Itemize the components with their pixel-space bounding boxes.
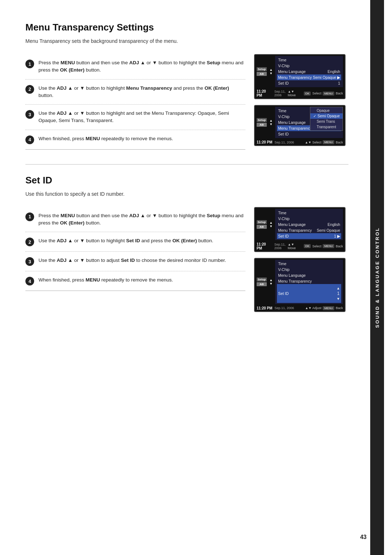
tv-arrows-3: ▲▼: [268, 221, 274, 228]
menu-transparency-steps: 1 Press the MENU button and then use the…: [25, 54, 245, 150]
tv-logo-ab-4: AB: [257, 282, 267, 286]
set-id-steps: 1 Press the MENU button and then use the…: [25, 207, 245, 312]
menu-row: Time: [277, 210, 341, 216]
tv-logo-area: Setup AB: [257, 67, 267, 76]
tv-date-4: Sep.11, 2006: [274, 306, 303, 310]
tv-time-4: 11:20 PM: [257, 306, 272, 310]
pop-item-semiopaque: ✓ Semi Opaque: [310, 113, 343, 119]
step-number-1: 1: [25, 60, 34, 68]
tv-top-bar-4: Setup AB ▲▼ Time V-Chip Menu Language Me…: [255, 259, 345, 305]
section-divider: [25, 164, 348, 165]
menu-row: Menu Language English: [277, 69, 341, 74]
tv-arrows-2: ▲▼: [268, 119, 274, 126]
ok-btn-3: OK: [304, 244, 311, 248]
menu-row: Set ID 1: [277, 80, 341, 86]
step-item: 4 When finished, press MENU repeatedly t…: [25, 271, 245, 291]
set-id-intro: Use this function to specify a set ID nu…: [25, 191, 348, 197]
up-arrow-icon: ▲: [336, 286, 340, 290]
tv-menu-area-2: Time V-Chip Menu Language Menu Transpare…: [275, 107, 343, 138]
tv-screen-3: Setup AB ▲▼ Time V-Chip Menu Language En…: [254, 207, 346, 252]
tv-arrows-4: ▲▼: [268, 278, 274, 285]
tv-screen-2: Setup AB ▲▼ Time V-Chip Menu Language Me…: [254, 105, 346, 146]
menu-btn-3: MENU: [323, 244, 334, 248]
menu-row-highlighted: Set ID 1 ▶: [277, 233, 341, 239]
step-number-3: 3: [25, 110, 34, 119]
menu-row: Menu Transparency Semi Opaque: [277, 227, 341, 233]
menu-btn: MENU: [323, 92, 334, 96]
down-arrow-icon: ▼: [336, 297, 340, 301]
tv-logo-box-2: Setup: [257, 118, 267, 122]
tv-time-3: 11:20 PM: [257, 242, 272, 250]
side-tab-text: Sound & Language Control: [375, 227, 380, 328]
set-id-screens: Setup AB ▲▼ Time V-Chip Menu Language En…: [254, 207, 348, 312]
menu-transparency-intro: Menu Transparency sets the background tr…: [25, 38, 348, 44]
tv-logo-box: Setup: [257, 67, 267, 71]
ok-btn: OK: [304, 92, 311, 96]
tv-date-2: Sep.11, 2006: [274, 141, 303, 144]
tv-date: Sep.11, 2006: [274, 90, 286, 97]
tv-controls-3: ▲▼ Move OK Select MENU Back: [288, 243, 343, 250]
tv-controls-4: ▲▼ Adjust MENU Back: [305, 306, 343, 310]
step-item: 3 Use the ADJ ▲ or ▼ button to highlight…: [25, 105, 245, 130]
step-text-1: Press the MENU button and then use the A…: [38, 59, 245, 74]
menu-row: Menu Transparency: [277, 278, 341, 284]
step-number-2: 2: [25, 85, 34, 94]
tv-controls-2: ▲▼ Select MENU Back: [305, 140, 343, 144]
set-id-step-number-4: 4: [25, 277, 34, 285]
tv-date-3: Sep.11, 2006: [274, 243, 286, 250]
tv-top-bar-2: Setup AB ▲▼ Time V-Chip Menu Language Me…: [255, 106, 345, 139]
tv-logo-ab-2: AB: [257, 123, 267, 127]
tv-bottom-bar-4: 11:20 PM Sep.11, 2006 ▲▼ Adjust MENU Bac…: [255, 305, 345, 311]
menu-row: Time: [277, 261, 341, 267]
main-content: Menu Transparency Settings Menu Transpar…: [0, 0, 370, 555]
step-item: 2 Use the ADJ ▲ or ▼ button to highlight…: [25, 80, 245, 105]
pop-item-semitrans: Semi Trans: [310, 119, 343, 124]
tv-top-bar-3: Setup AB ▲▼ Time V-Chip Menu Language En…: [255, 208, 345, 241]
transparency-dropdown: Opaque ✓ Semi Opaque Semi Trans: [310, 107, 343, 131]
set-id-step-text-4: When finished, press MENU repeatedly to …: [38, 276, 173, 284]
tv-screen-4: Setup AB ▲▼ Time V-Chip Menu Language Me…: [254, 258, 346, 312]
menu-row: V-Chip: [277, 267, 341, 272]
menu-row: V-Chip: [277, 216, 341, 222]
set-id-number-display: ▲ 1 ▼: [336, 285, 340, 302]
step-text-2: Use the ADJ ▲ or ▼ button to highlight M…: [38, 85, 245, 100]
tv-controls: ▲▼ Move OK Select MENU Back: [288, 90, 343, 97]
step-item: 1 Press the MENU button and then use the…: [25, 207, 245, 232]
step-number-4: 4: [25, 135, 34, 144]
tv-logo-box-4: Setup: [257, 278, 267, 281]
tv-time: 11:20 PM: [257, 89, 272, 97]
tv-logo-area-4: Setup AB: [257, 278, 267, 286]
set-id-step-number-1: 1: [25, 212, 34, 221]
tv-logo-ab-3: AB: [257, 225, 267, 229]
menu-row: V-Chip: [277, 63, 341, 69]
tv-top-bar-1: Setup AB ▲▼ Time V-Chip M: [255, 55, 345, 88]
page-container: Menu Transparency Settings Menu Transpar…: [0, 0, 392, 555]
tv-logo-area-2: Setup AB: [257, 118, 267, 127]
tv-logo-ab: AB: [257, 72, 267, 76]
tv-menu-area-1: Time V-Chip Menu Language English Menu T…: [275, 56, 343, 87]
step-item: 4 When finished, press MENU repeatedly t…: [25, 130, 245, 150]
menu-transparency-title: Menu Transparency Settings: [25, 22, 348, 33]
menu-row: Time: [277, 57, 341, 63]
tv-bottom-bar-2: 11:20 PM Sep.11, 2006 ▲▼ Select MENU Bac…: [255, 139, 345, 145]
set-id-value: 1: [337, 291, 340, 296]
menu-row-highlighted: Menu Transparency Semi Opaque ▶: [277, 74, 341, 80]
set-id-steps-screens: 1 Press the MENU button and then use the…: [25, 207, 348, 312]
set-id-step-number-3: 3: [25, 257, 34, 266]
set-id-step-text-2: Use the ADJ ▲ or ▼ button to highlight S…: [38, 237, 213, 244]
menu-row-highlighted: Set ID ▲ 1 ▼: [277, 284, 341, 303]
tv-logo-area-3: Setup AB: [257, 220, 267, 229]
set-id-step-number-2: 2: [25, 238, 34, 246]
tv-menu-area-3: Time V-Chip Menu Language English Menu T…: [275, 209, 343, 240]
tv-bottom-bar-1: 11:20 PM Sep.11, 2006 ▲▼ Move OK Select …: [255, 88, 345, 98]
menu-row: Set ID: [277, 131, 341, 137]
step-item: 3 Use the ADJ ▲ or ▼ button to adjust Se…: [25, 252, 245, 271]
menu-transparency-steps-screens: 1 Press the MENU button and then use the…: [25, 54, 348, 150]
set-id-step-text-3: Use the ADJ ▲ or ▼ button to adjust Set …: [38, 257, 226, 264]
menu-transparency-screens: Setup AB ▲▼ Time V-Chip M: [254, 54, 348, 150]
pop-item-transparent: Transparent: [310, 124, 343, 130]
step-text-4: When finished, press MENU repeatedly to …: [38, 135, 173, 142]
step-item: 1 Press the MENU button and then use the…: [25, 54, 245, 80]
set-id-title: Set ID: [25, 175, 348, 186]
tv-menu-area-4: Time V-Chip Menu Language Menu Transpare…: [275, 260, 343, 304]
